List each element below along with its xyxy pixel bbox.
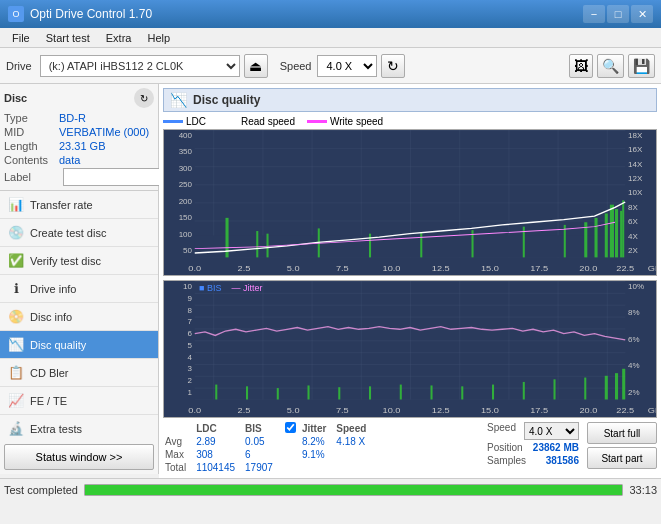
menu-help[interactable]: Help (139, 30, 178, 46)
speed-select[interactable]: 4.0 X 2.0 X 1.0 X (317, 55, 377, 77)
status-text: Test completed (4, 484, 78, 496)
drive-select[interactable]: (k:) ATAPI iHBS112 2 CL0K (40, 55, 240, 77)
sidebar-item-create-test-disc[interactable]: 💿 Create test disc (0, 219, 158, 247)
status-window-button[interactable]: Status window >> (4, 444, 154, 470)
disc-info-label: Disc info (30, 311, 72, 323)
chart-title: Disc quality (193, 93, 260, 107)
contents-label: Contents (4, 154, 59, 166)
app-title: Opti Drive Control 1.70 (30, 7, 152, 21)
svg-text:0.0: 0.0 (188, 405, 201, 414)
image-button[interactable]: 🖼 (569, 54, 593, 78)
svg-rect-3 (256, 231, 258, 257)
lower-chart-svg: 0.0 2.5 5.0 7.5 10.0 12.5 15.0 17.5 20.0… (164, 281, 656, 417)
svg-rect-36 (400, 385, 402, 400)
svg-rect-37 (431, 385, 433, 399)
svg-text:20.0: 20.0 (579, 263, 597, 272)
refresh-button[interactable]: ↻ (381, 54, 405, 78)
sidebar-item-disc-info[interactable]: 📀 Disc info (0, 303, 158, 331)
title-bar-controls: − □ ✕ (583, 5, 653, 23)
svg-rect-31 (246, 386, 248, 399)
svg-rect-6 (369, 234, 371, 258)
minimize-button[interactable]: − (583, 5, 605, 23)
svg-text:12.5: 12.5 (432, 405, 450, 414)
svg-rect-17 (622, 200, 624, 257)
svg-text:12.5: 12.5 (432, 263, 450, 272)
sidebar-item-fe-te[interactable]: 📈 FE / TE (0, 387, 158, 415)
start-part-button[interactable]: Start part (587, 447, 657, 469)
type-label: Type (4, 112, 59, 124)
svg-rect-7 (420, 232, 422, 257)
svg-rect-41 (554, 379, 556, 399)
menu-start-test[interactable]: Start test (38, 30, 98, 46)
close-button[interactable]: ✕ (631, 5, 653, 23)
position-label: Position (487, 442, 523, 453)
length-value: 23.31 GB (59, 140, 105, 152)
svg-text:2.5: 2.5 (238, 263, 251, 272)
avg-ldc: 2.89 (194, 435, 243, 448)
svg-text:GB: GB (648, 263, 656, 272)
sidebar-item-verify-test-disc[interactable]: ✅ Verify test disc (0, 247, 158, 275)
progress-bar (84, 484, 623, 496)
drive-info-icon: ℹ (8, 281, 24, 297)
svg-text:2.5: 2.5 (238, 405, 251, 414)
speed-label: Speed (280, 60, 312, 72)
title-bar: O Opti Drive Control 1.70 − □ ✕ (0, 0, 661, 28)
scan-button[interactable]: 🔍 (597, 54, 624, 78)
svg-rect-40 (523, 382, 525, 400)
sidebar-item-transfer-rate[interactable]: 📊 Transfer rate (0, 191, 158, 219)
svg-text:15.0: 15.0 (481, 263, 499, 272)
svg-rect-12 (595, 218, 598, 258)
menu-extra[interactable]: Extra (98, 30, 140, 46)
disc-quality-icon: 📉 (8, 337, 24, 353)
save-button[interactable]: 💾 (628, 54, 655, 78)
sidebar-item-cd-bler[interactable]: 📋 CD Bler (0, 359, 158, 387)
jitter-col-header: Jitter (300, 422, 334, 435)
jitter-checkbox[interactable] (285, 422, 296, 433)
legend-read-speed: Read speed (218, 116, 295, 127)
svg-text:10.0: 10.0 (383, 405, 401, 414)
svg-rect-35 (369, 386, 371, 399)
chart-area: 📉 Disc quality LDC Read speed Write spee… (159, 84, 661, 478)
cd-bler-label: CD Bler (30, 367, 69, 379)
svg-text:22.5: 22.5 (616, 405, 634, 414)
title-bar-left: O Opti Drive Control 1.70 (8, 6, 152, 22)
svg-rect-45 (622, 369, 625, 400)
disc-info-icon: 📀 (8, 309, 24, 325)
sidebar-item-disc-quality[interactable]: 📉 Disc quality (0, 331, 158, 359)
svg-text:7.5: 7.5 (336, 405, 349, 414)
sidebar-item-extra-tests[interactable]: 🔬 Extra tests (0, 415, 158, 440)
svg-rect-43 (605, 376, 608, 400)
transfer-rate-icon: 📊 (8, 197, 24, 213)
svg-rect-44 (615, 373, 618, 399)
avg-speed: 4.18 X (334, 435, 374, 448)
chart-legend: LDC Read speed Write speed (163, 116, 657, 127)
svg-rect-16 (620, 211, 622, 258)
sidebar: Disc ↻ Type BD-R MID VERBATIMe (000) Len… (0, 84, 159, 474)
svg-text:0.0: 0.0 (188, 263, 201, 272)
position-value: 23862 MB (533, 442, 579, 453)
lower-chart: 10 9 8 7 6 5 4 3 2 1 10% 8% 6% 4% 2% ■ (163, 280, 657, 418)
svg-text:15.0: 15.0 (481, 405, 499, 414)
svg-text:10.0: 10.0 (383, 263, 401, 272)
length-label: Length (4, 140, 59, 152)
maximize-button[interactable]: □ (607, 5, 629, 23)
svg-rect-32 (277, 388, 279, 399)
svg-rect-4 (267, 234, 269, 258)
svg-rect-33 (308, 385, 310, 399)
sidebar-item-drive-info[interactable]: ℹ Drive info (0, 275, 158, 303)
extra-tests-label: Extra tests (30, 423, 82, 435)
avg-label: Avg (163, 435, 194, 448)
svg-rect-38 (461, 386, 463, 399)
start-full-button[interactable]: Start full (587, 422, 657, 444)
stats-area: LDC BIS Jitter Speed Avg 2.89 0.05 (163, 422, 657, 474)
ldc-label: LDC (186, 116, 206, 127)
svg-text:5.0: 5.0 (287, 405, 300, 414)
speed-display-select[interactable]: 4.0 X (524, 422, 579, 440)
eject-button[interactable]: ⏏ (244, 54, 268, 78)
fe-te-icon: 📈 (8, 393, 24, 409)
menu-file[interactable]: File (4, 30, 38, 46)
disc-refresh-icon[interactable]: ↻ (134, 88, 154, 108)
drive-label: Drive (6, 60, 32, 72)
svg-rect-14 (610, 205, 614, 258)
extra-tests-icon: 🔬 (8, 421, 24, 437)
